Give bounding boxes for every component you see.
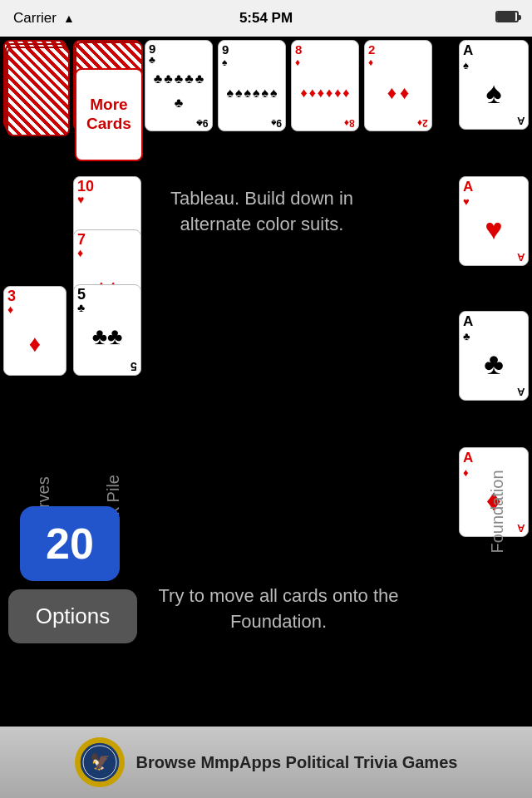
foundation-label: Foundation — [488, 446, 507, 579]
banner-logo: 🦅 — [75, 737, 125, 787]
svg-text:🦅: 🦅 — [89, 751, 110, 771]
banner-text: Browse MmpApps Political Trivia Games — [136, 751, 458, 773]
time-display: 5:54 PM — [239, 10, 293, 27]
foundation-ac[interactable]: A ♣ ♣ A — [459, 311, 529, 401]
battery-icon — [495, 10, 519, 27]
tableau-2d[interactable]: 2 ♦ ♦ ♦ 2♦ — [364, 40, 432, 131]
stock-5c[interactable]: 5 ♣ ♣♣ 5 — [73, 284, 141, 376]
tableau-9s[interactable]: 9 ♠ ♠ ♠ ♠ ♠ ♠ ♠ 9♠ — [218, 40, 286, 131]
tableau-8d[interactable]: 8 ♦ ♦ ♦ ♦ ♦ ♦ ♦ 8♦ — [291, 40, 359, 131]
game-area: 3 ♦ ♦ More Cards 10 ♥ ♥♥ 7 ♦ ♦♦ 5 ♣ ♣♣ 5… — [0, 37, 532, 727]
options-button[interactable]: Options — [8, 589, 137, 643]
more-cards-label: More Cards — [80, 96, 138, 134]
card-rank: 3 — [7, 288, 62, 303]
wifi-icon: ▲ — [63, 12, 75, 25]
tableau-hint: Tableau. Build down in alternate color s… — [154, 186, 370, 238]
card-suit: ♦ — [7, 303, 62, 315]
status-bar: Carrier ▲ 5:54 PM — [0, 0, 532, 37]
score-value: 20 — [46, 519, 94, 569]
presidential-seal-icon: 🦅 — [76, 739, 123, 786]
tableau-9c[interactable]: 9 ♣ ♣ ♣ ♣ ♣ ♣ ♣ 9♣ — [145, 40, 213, 131]
foundation-ah[interactable]: A ♥ ♥ A — [459, 176, 529, 266]
reserve-card-3[interactable] — [7, 47, 70, 136]
reserve-card-3d[interactable]: 3 ♦ ♦ — [3, 286, 66, 376]
more-cards-card[interactable]: More Cards — [75, 68, 143, 161]
carrier-label: Carrier — [13, 10, 57, 27]
card-center: ♦ — [7, 315, 62, 373]
options-label: Options — [36, 603, 111, 629]
score-badge: 20 — [20, 506, 120, 581]
foundation-hint: Try to move all cards onto the Foundatio… — [145, 584, 411, 635]
foundation-as[interactable]: A ♠ ♠ A — [459, 40, 529, 130]
bottom-banner[interactable]: 🦅 Browse MmpApps Political Trivia Games — [0, 727, 532, 798]
